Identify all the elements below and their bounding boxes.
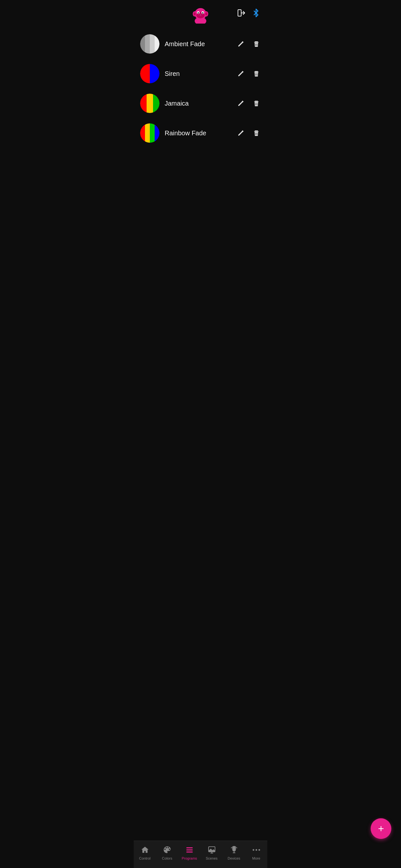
bottom-navigation: Control Colors Programs <box>134 841 267 868</box>
svg-rect-33 <box>140 94 147 113</box>
more-label: More <box>252 857 260 860</box>
list-item[interactable]: Ambient Fade <box>134 29 267 59</box>
svg-rect-42 <box>145 123 150 143</box>
nav-item-colors[interactable]: Colors <box>156 844 178 862</box>
svg-rect-51 <box>186 851 193 852</box>
svg-rect-22 <box>254 42 258 42</box>
home-icon <box>141 845 150 855</box>
edit-button[interactable] <box>236 69 245 78</box>
svg-rect-28 <box>255 71 258 72</box>
scenes-icon <box>207 845 216 855</box>
program-list: Ambient Fade <box>134 26 267 841</box>
edit-button[interactable] <box>236 128 245 137</box>
nav-item-programs[interactable]: Programs <box>178 844 201 862</box>
svg-rect-45 <box>255 130 258 131</box>
svg-point-13 <box>201 14 202 15</box>
rainbow-fade-actions <box>236 128 261 137</box>
nav-item-control[interactable]: Control <box>134 844 156 862</box>
svg-rect-46 <box>254 131 258 132</box>
scenes-label: Scenes <box>206 857 218 860</box>
svg-point-9 <box>197 12 199 13</box>
colors-label: Colors <box>162 857 173 860</box>
nav-item-more[interactable]: More <box>245 844 267 862</box>
svg-rect-34 <box>147 94 153 113</box>
svg-point-3 <box>194 12 196 16</box>
nav-item-scenes[interactable]: Scenes <box>201 844 223 862</box>
svg-rect-20 <box>155 34 159 54</box>
devices-label: Devices <box>227 857 240 860</box>
delete-button[interactable] <box>252 69 261 78</box>
header <box>134 0 267 26</box>
edit-button[interactable] <box>236 39 245 49</box>
svg-rect-29 <box>254 72 258 72</box>
svg-point-59 <box>252 849 254 851</box>
ambient-fade-icon <box>140 34 159 54</box>
list-item[interactable]: Rainbow Fade <box>134 118 267 148</box>
svg-rect-35 <box>153 94 159 113</box>
delete-button[interactable] <box>252 39 261 49</box>
svg-rect-17 <box>140 34 145 54</box>
svg-rect-44 <box>155 123 159 143</box>
svg-point-5 <box>205 12 208 16</box>
siren-icon <box>140 64 159 83</box>
svg-rect-36 <box>255 101 258 101</box>
svg-rect-50 <box>186 849 193 850</box>
svg-rect-26 <box>140 64 150 83</box>
edit-button[interactable] <box>236 99 245 108</box>
delete-button[interactable] <box>252 99 261 108</box>
control-label: Control <box>139 857 150 860</box>
list-item[interactable]: Jamaica <box>134 89 267 118</box>
palette-icon <box>163 845 172 855</box>
svg-point-60 <box>255 849 257 851</box>
ambient-fade-label: Ambient Fade <box>165 40 231 48</box>
svg-rect-18 <box>145 34 150 54</box>
jamaica-actions <box>236 99 261 108</box>
more-icon <box>252 845 261 855</box>
svg-rect-14 <box>238 10 241 16</box>
svg-marker-53 <box>209 848 215 852</box>
devices-icon <box>229 845 239 855</box>
svg-rect-21 <box>255 41 258 42</box>
svg-rect-43 <box>150 123 155 143</box>
login-icon[interactable] <box>236 8 246 18</box>
jamaica-label: Jamaica <box>165 100 231 107</box>
rainbow-fade-label: Rainbow Fade <box>165 129 231 137</box>
rainbow-fade-icon <box>140 123 159 143</box>
svg-rect-41 <box>140 123 145 143</box>
header-actions <box>236 8 261 18</box>
svg-rect-19 <box>150 34 155 54</box>
programs-label: Programs <box>182 857 197 860</box>
svg-point-10 <box>202 12 204 13</box>
siren-actions <box>236 69 261 78</box>
siren-label: Siren <box>165 70 231 78</box>
delete-button[interactable] <box>252 128 261 137</box>
nav-item-devices[interactable]: Devices <box>223 844 245 862</box>
jamaica-icon <box>140 94 159 113</box>
svg-rect-37 <box>254 101 258 102</box>
list-item[interactable]: Siren <box>134 59 267 89</box>
ambient-fade-actions <box>236 39 261 49</box>
bluetooth-icon[interactable] <box>251 8 261 18</box>
svg-point-12 <box>199 14 200 15</box>
app-logo <box>191 4 210 25</box>
svg-rect-49 <box>186 847 193 848</box>
svg-point-61 <box>258 849 260 851</box>
programs-icon <box>185 845 194 855</box>
svg-rect-27 <box>150 64 159 83</box>
